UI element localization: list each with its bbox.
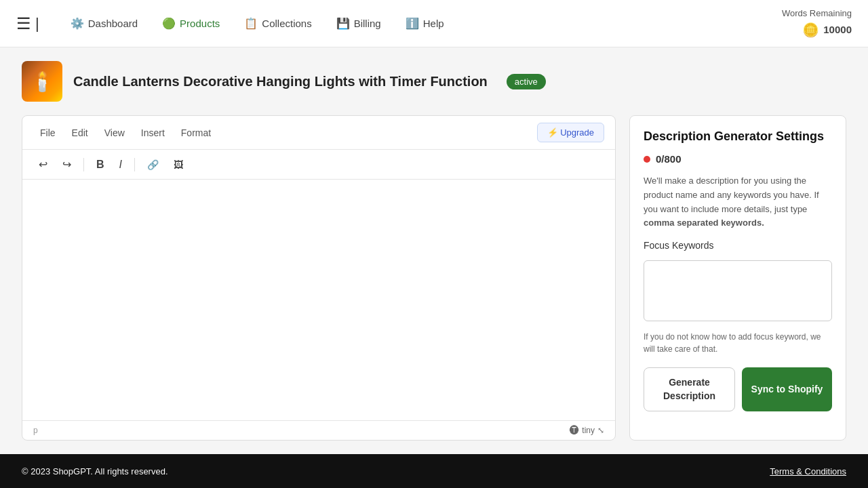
nav-item-products[interactable]: 🟢 Products (153, 12, 229, 35)
toolbar-divider-2 (134, 158, 135, 171)
resize-icon: ⤡ (597, 426, 604, 435)
main-content: 🕯️ Candle Lanterns Decorative Hanging Li… (0, 47, 868, 454)
settings-buttons: Generate Description Sync to Shopify (644, 367, 832, 411)
undo-button[interactable]: ↩ (33, 155, 53, 174)
settings-title: Description Generator Settings (644, 129, 832, 144)
editor-footer: p 🅣 tiny ⤡ (22, 420, 615, 440)
main-nav: ⚙️ Dashboard 🟢 Products 📋 Collections 💾 … (61, 12, 782, 35)
nav-label-dashboard: Dashboard (88, 18, 138, 29)
editor-toolbar-format: ↩ ↪ B I 🔗 🖼 (22, 150, 615, 180)
logo[interactable]: ☰ | (16, 14, 39, 33)
menu-insert[interactable]: Insert (134, 125, 172, 141)
menu-icon: ☰ (16, 14, 31, 33)
settings-panel: Description Generator Settings 0/800 We'… (629, 115, 846, 441)
header: ☰ | ⚙️ Dashboard 🟢 Products 📋 Collection… (0, 0, 868, 47)
editor-paragraph-indicator: p (33, 426, 38, 435)
redo-icon: ↪ (62, 158, 71, 171)
product-thumbnail: 🕯️ (22, 61, 62, 102)
nav-label-billing: Billing (354, 18, 381, 29)
editor-panel: File Edit View Insert Format ⚡ Upgrade ↩… (22, 115, 616, 441)
image-icon: 🖼 (174, 159, 183, 170)
product-thumb-icon: 🕯️ (31, 70, 54, 93)
tiny-logo: 🅣 tiny ⤡ (570, 425, 604, 436)
keyword-hint: If you do not know how to add focus keyw… (644, 331, 832, 355)
menu-view[interactable]: View (98, 125, 132, 141)
link-button[interactable]: 🔗 (142, 157, 164, 173)
coin-icon: 🪙 (802, 20, 819, 39)
upgrade-button[interactable]: ⚡ Upgrade (537, 123, 604, 142)
terms-link[interactable]: Terms & Conditions (770, 466, 846, 476)
nav-label-help: Help (423, 18, 444, 29)
editor-body[interactable] (22, 180, 615, 420)
menu-format[interactable]: Format (174, 125, 218, 141)
help-icon: ℹ️ (406, 17, 419, 30)
undo-icon: ↩ (39, 158, 47, 171)
cursor-icon: | (35, 15, 39, 33)
toolbar-divider-1 (83, 158, 84, 171)
product-title: Candle Lanterns Decorative Hanging Light… (73, 74, 488, 89)
billing-icon: 💾 (336, 17, 350, 30)
settings-description: We'll make a description for you using t… (644, 174, 832, 230)
products-icon: 🟢 (162, 17, 176, 30)
status-badge: active (507, 74, 546, 89)
focus-keywords-textarea[interactable] (644, 260, 832, 321)
red-dot-icon (644, 156, 650, 163)
collections-icon: 📋 (244, 17, 258, 30)
link-icon: 🔗 (147, 159, 159, 170)
words-remaining-label: Words Remaining (782, 7, 852, 20)
nav-label-products: Products (180, 18, 220, 29)
tiny-label: tiny (582, 426, 595, 435)
nav-item-billing[interactable]: 💾 Billing (327, 12, 391, 35)
italic-icon: I (119, 159, 122, 171)
nav-item-dashboard[interactable]: ⚙️ Dashboard (61, 12, 147, 35)
nav-label-collections: Collections (262, 18, 311, 29)
words-remaining: Words Remaining 🪙 10000 (782, 7, 852, 39)
editor-toolbar-top: File Edit View Insert Format ⚡ Upgrade (22, 116, 615, 150)
char-count: 0/800 (644, 153, 832, 165)
generate-description-button[interactable]: Generate Description (644, 367, 735, 411)
char-count-value: 0/800 (656, 153, 682, 165)
bold-icon: B (96, 159, 104, 171)
words-remaining-count: 🪙 10000 (802, 20, 852, 39)
footer-copyright: © 2023 ShopGPT. All rights reserved. (22, 466, 168, 476)
tiny-icon: 🅣 (570, 425, 579, 436)
product-header: 🕯️ Candle Lanterns Decorative Hanging Li… (22, 61, 846, 102)
italic-button[interactable]: I (114, 156, 127, 174)
redo-button[interactable]: ↪ (57, 155, 77, 174)
settings-description-bold: comma separated keywords. (644, 218, 764, 228)
toolbar-menu: File Edit View Insert Format (33, 125, 218, 141)
image-button[interactable]: 🖼 (168, 157, 189, 173)
bold-button[interactable]: B (91, 156, 110, 174)
nav-item-collections[interactable]: 📋 Collections (235, 12, 321, 35)
editor-container: File Edit View Insert Format ⚡ Upgrade ↩… (22, 115, 846, 441)
nav-item-help[interactable]: ℹ️ Help (396, 12, 454, 35)
dashboard-icon: ⚙️ (71, 17, 84, 30)
sync-to-shopify-button[interactable]: Sync to Shopify (742, 367, 832, 411)
menu-file[interactable]: File (33, 125, 62, 141)
focus-keywords-label: Focus Keywords (644, 240, 832, 251)
settings-description-text: We'll make a description for you using t… (644, 176, 819, 214)
menu-edit[interactable]: Edit (65, 125, 95, 141)
footer: © 2023 ShopGPT. All rights reserved. Ter… (0, 454, 868, 488)
